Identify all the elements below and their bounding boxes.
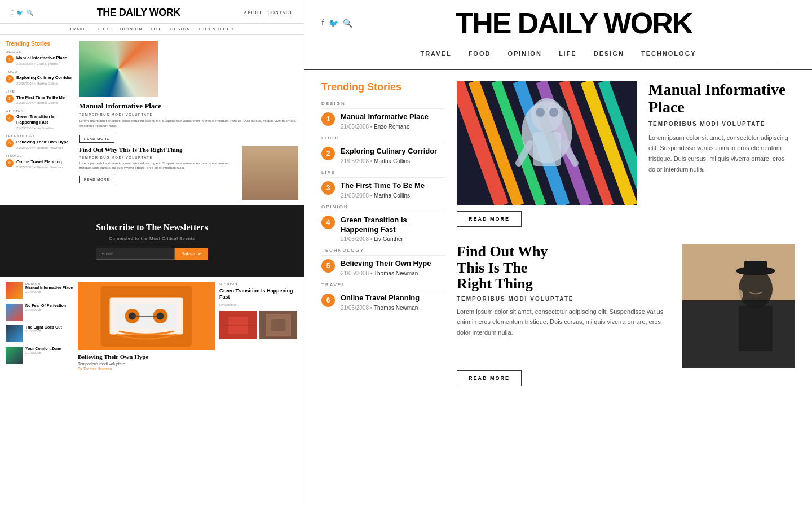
r-story-title-3: The First Time To Be Me bbox=[341, 181, 425, 191]
read-more-btn-left-1[interactable]: READ MORE bbox=[79, 135, 114, 143]
article-img-svg-1 bbox=[219, 311, 257, 339]
nav-technology-left[interactable]: TECHNOLOGY bbox=[198, 27, 235, 31]
story-meta-1-left: 21/05/2008 • Enzo Romano bbox=[16, 62, 73, 65]
bottom-right-img-1 bbox=[219, 311, 257, 339]
nav-food-left[interactable]: FOOD bbox=[98, 27, 112, 31]
story-meta-6-left: 21/05/2008 • Thomas Newman bbox=[16, 165, 73, 169]
svg-point-26 bbox=[536, 108, 545, 117]
r-category-tech: TECHNOLOGY bbox=[321, 248, 445, 256]
nav-technology-right[interactable]: TECHNOLOGY bbox=[641, 50, 696, 57]
nav-opinion-left[interactable]: OPINION bbox=[120, 27, 143, 31]
story-meta-5-left: 21/05/2008 • Thomas Newman bbox=[16, 146, 73, 150]
r-read-more-btn-2[interactable]: READ MORE bbox=[457, 370, 522, 386]
r-story-info-4: Green Transition Is Happening Fast 21/05… bbox=[341, 216, 445, 243]
trending-title-left: Trending Stories bbox=[6, 41, 73, 47]
item-text-2: No Fear Of Perfection 21/05/2008 bbox=[25, 304, 66, 312]
story-item-4-left: 4 Green Transition Is Happening Fast 21/… bbox=[6, 114, 73, 130]
second-body-left: Lorem ipsum dolor sit amet, consectetur … bbox=[79, 161, 237, 170]
r-story-item-3: 3 The First Time To Be Me 21/05/2008 • M… bbox=[321, 181, 445, 199]
right-main: Trending Stories DESIGN 1 Manual Informa… bbox=[304, 70, 812, 397]
nav-travel-left[interactable]: TRAVEL bbox=[69, 27, 90, 31]
r-story-meta-3: 21/05/2008 • Martha Collins bbox=[341, 192, 425, 199]
subscribe-button[interactable]: Subscribe bbox=[175, 248, 209, 260]
story-info-5-left: Believing Their Own Hype 21/05/2008 • Th… bbox=[16, 139, 73, 150]
search-icon[interactable]: 🔍 bbox=[27, 10, 33, 16]
nav-design-right[interactable]: DESIGN bbox=[594, 50, 624, 57]
right-sidebar: Trending Stories DESIGN 1 Manual Informa… bbox=[321, 81, 457, 386]
story-info-1-left: Manual Informative Place 21/05/2008 • En… bbox=[16, 55, 73, 65]
bottom-center-author: By Thomas Newman bbox=[78, 367, 215, 371]
story-meta-4-left: 21/05/2008 • Liv Gunther bbox=[16, 126, 73, 130]
r-second-image bbox=[682, 244, 795, 368]
facebook-icon[interactable]: f bbox=[11, 10, 13, 16]
r-featured-article: Manual InformativePlace TEMPORIBUS MODI … bbox=[457, 81, 795, 227]
r-story-meta-6: 21/05/2008 • Thomas Newman bbox=[341, 305, 420, 311]
nav-design-left[interactable]: DESIGN bbox=[170, 27, 191, 31]
story-meta-2-left: 21/05/2008 • Martha Collins bbox=[16, 82, 73, 85]
r-story-title-2: Exploring Culinary Corridor bbox=[341, 147, 437, 156]
r-story-meta-4: 21/05/2008 • Liv Gunther bbox=[341, 236, 445, 242]
bottom-center-title: Believing Their Own Hype bbox=[78, 353, 215, 360]
item-title-2: No Fear Of Perfection bbox=[25, 304, 66, 308]
right-twitter-icon[interactable]: 🐦 bbox=[329, 19, 338, 28]
r-story-num-6: 6 bbox=[321, 294, 335, 307]
story-num-5-left: 5 bbox=[6, 139, 14, 147]
r-category-design: DESIGN bbox=[321, 101, 445, 109]
contact-link[interactable]: CONTACT bbox=[268, 10, 293, 15]
r-story-info-5: Believing Their Own Hype 21/05/2008 • Th… bbox=[341, 259, 431, 277]
r-read-more-btn-1[interactable]: READ MORE bbox=[457, 211, 522, 227]
nav-food-right[interactable]: FOOD bbox=[469, 50, 491, 57]
bottom-grid: DESIGN Manual Informative Place 21/05/20… bbox=[0, 277, 304, 376]
svg-point-24 bbox=[531, 98, 563, 132]
story-meta-3-left: 21/05/2008 • Martha Collins bbox=[16, 101, 73, 104]
r-story-num-3: 3 bbox=[321, 181, 335, 195]
bottom-center-image bbox=[78, 282, 215, 350]
item-title-1: Manual Informative Place bbox=[25, 286, 73, 290]
bottom-right-articles: OPINION Green Transition Is Happening Fa… bbox=[219, 282, 298, 371]
story-title-2-left: Exploring Culinary Corridor bbox=[16, 75, 73, 81]
about-link[interactable]: ABOUT bbox=[244, 10, 262, 15]
second-artwork bbox=[682, 244, 795, 368]
subscribe-input[interactable] bbox=[96, 248, 175, 260]
list-item: DESIGN Manual Informative Place 21/05/20… bbox=[6, 282, 73, 299]
right-social-icons: f 🐦 🔍 bbox=[321, 19, 352, 28]
nav-life-right[interactable]: LIFE bbox=[559, 50, 577, 57]
site-title-right: THE DAILY WORK bbox=[352, 8, 795, 38]
nav-life-left[interactable]: LIFE bbox=[151, 27, 162, 31]
right-search-icon[interactable]: 🔍 bbox=[343, 19, 352, 28]
twitter-icon[interactable]: 🐦 bbox=[16, 10, 23, 16]
r-story-title-6: Online Travel Planning bbox=[341, 294, 420, 303]
right-header: f 🐦 🔍 THE DAILY WORK TRAVEL FOOD OPINION… bbox=[304, 0, 812, 70]
story-num-4-left: 4 bbox=[6, 114, 14, 122]
r-second-article: Find Out WhyThis Is TheRight Thing TEMPO… bbox=[457, 244, 795, 386]
subscribe-section: Subscribe to The Newsletters Connected t… bbox=[0, 205, 304, 277]
right-facebook-icon[interactable]: f bbox=[321, 19, 324, 28]
nav-travel-right[interactable]: TRAVEL bbox=[420, 50, 451, 57]
left-main: Manual Informative Place TEMPORIBUS MODI… bbox=[79, 41, 298, 200]
bottom-center-sub: Temporibus modi voluptate bbox=[78, 362, 215, 366]
right-panel: f 🐦 🔍 THE DAILY WORK TRAVEL FOOD OPINION… bbox=[304, 0, 812, 508]
category-opinion-left: OPINION bbox=[6, 109, 73, 112]
list-item: Your Comfort Zone 21/05/2008 bbox=[6, 347, 73, 364]
nav-opinion-right[interactable]: OPINION bbox=[508, 50, 541, 57]
second-article-text-left: Find Out Why This Is The Right Thing TEM… bbox=[79, 146, 237, 200]
second-subtitle-left: TEMPORIBUS MODI VOLUPTATE bbox=[79, 156, 237, 159]
r-story-num-5: 5 bbox=[321, 259, 335, 273]
subscribe-subtitle: Connected to the Most Critical Events bbox=[11, 236, 293, 241]
category-tech-left: TECHNOLOGY bbox=[6, 134, 73, 138]
right-header-top: f 🐦 🔍 THE DAILY WORK bbox=[321, 8, 795, 38]
article-img-svg-2 bbox=[259, 311, 297, 339]
item-text-4: Your Comfort Zone 21/05/2008 bbox=[25, 347, 61, 354]
right-articles: Manual InformativePlace TEMPORIBUS MODI … bbox=[457, 81, 795, 386]
thumb-2 bbox=[6, 304, 23, 321]
read-more-btn-left-2[interactable]: READ MORE bbox=[79, 176, 114, 183]
bottom-right-img-2 bbox=[259, 311, 297, 339]
r-story-num-4: 4 bbox=[321, 216, 335, 229]
right-nav: TRAVEL FOOD OPINION LIFE DESIGN TECHNOLO… bbox=[321, 45, 795, 63]
r-category-food: FOOD bbox=[321, 135, 445, 143]
r-story-num-2: 2 bbox=[321, 147, 335, 160]
featured-image-left bbox=[79, 41, 158, 97]
story-title-4-left: Green Transition Is Happening Fast bbox=[16, 114, 73, 125]
r-category-opinion: OPINION bbox=[321, 204, 445, 212]
story-info-4-left: Green Transition Is Happening Fast 21/05… bbox=[16, 114, 73, 130]
